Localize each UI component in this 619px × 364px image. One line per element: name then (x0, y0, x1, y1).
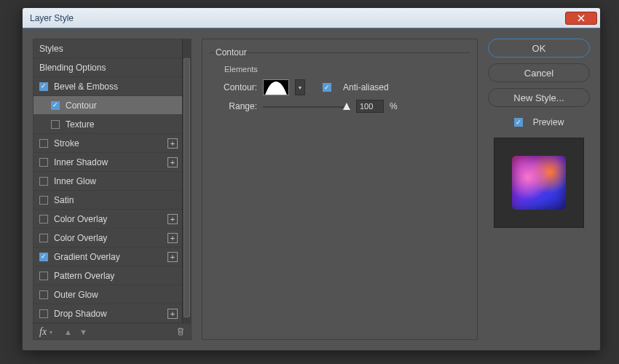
style-checkbox[interactable] (39, 215, 48, 223)
style-row-label: Texture (66, 119, 94, 130)
add-effect-button[interactable]: + (167, 214, 178, 224)
preview-checkbox[interactable] (514, 118, 523, 127)
style-checkbox[interactable] (39, 139, 48, 148)
right-column: OK Cancel New Style... Preview (488, 39, 590, 340)
style-checkbox[interactable] (39, 290, 48, 299)
style-checkbox[interactable] (39, 309, 48, 318)
style-row[interactable]: Color Overlay+ (33, 229, 182, 248)
scrollbar-thumb[interactable] (184, 58, 190, 317)
styles-header[interactable]: Styles (33, 39, 182, 58)
style-checkbox[interactable] (51, 101, 60, 110)
style-row-label: Contour (66, 100, 97, 111)
style-row-label: Drop Shadow (54, 309, 107, 319)
style-row-label: Color Overlay (54, 233, 107, 243)
style-row[interactable]: Blending Options (33, 58, 182, 77)
elements-title: Elements (224, 65, 462, 74)
contour-curve-icon (264, 80, 288, 95)
panel-title: Contour (213, 47, 250, 58)
style-row[interactable]: Satin (33, 191, 182, 210)
dialog-body: Styles Blending OptionsBevel & EmbossCon… (23, 28, 600, 350)
layer-style-dialog: Layer Style Styles Blending OptionsBevel… (22, 7, 601, 351)
style-row-label: Outer Glow (54, 290, 98, 300)
style-row-label: Inner Glow (54, 176, 96, 186)
contour-dropdown[interactable]: ▾ (295, 79, 305, 95)
style-row-label: Blending Options (39, 63, 106, 73)
styles-list: Styles Blending OptionsBevel & EmbossCon… (33, 39, 182, 323)
style-row[interactable]: Bevel & Emboss (33, 77, 182, 96)
add-effect-button[interactable]: + (167, 309, 178, 319)
range-input[interactable] (356, 100, 384, 113)
range-slider[interactable] (263, 102, 350, 111)
contour-picker[interactable] (263, 79, 289, 95)
style-checkbox[interactable] (39, 82, 48, 91)
window-title: Layer Style (30, 13, 74, 23)
style-checkbox[interactable] (39, 272, 48, 280)
chevron-down-icon: ▾ (50, 329, 52, 336)
style-row[interactable]: Inner Shadow+ (33, 153, 182, 172)
styles-scrollbar[interactable] (182, 39, 191, 323)
style-checkbox[interactable] (39, 177, 48, 186)
chevron-down-icon: ▾ (299, 84, 301, 91)
styles-header-label: Styles (39, 44, 63, 54)
style-row[interactable]: Inner Glow (33, 172, 182, 191)
delete-button[interactable] (176, 327, 185, 337)
add-effect-button[interactable]: + (167, 138, 178, 149)
style-row-label: Gradient Overlay (54, 252, 120, 262)
styles-panel: Styles Blending OptionsBevel & EmbossCon… (33, 39, 192, 340)
style-row-label: Inner Shadow (54, 157, 108, 167)
pct-label: % (390, 101, 398, 111)
style-row-label: Pattern Overlay (54, 271, 114, 281)
fx-menu[interactable]: fx (39, 326, 47, 338)
style-row[interactable]: Outer Glow (33, 285, 182, 304)
move-down-button[interactable]: ▼ (79, 328, 87, 336)
options-panel: Contour Elements Contour: ▾ (202, 39, 478, 340)
style-row[interactable]: Drop Shadow+ (33, 304, 182, 323)
style-checkbox[interactable] (39, 158, 48, 167)
style-row[interactable]: Color Overlay+ (33, 210, 182, 229)
preview-swatch (512, 156, 566, 210)
antialiased-label: Anti-aliased (343, 82, 389, 92)
style-row[interactable]: Pattern Overlay (33, 266, 182, 285)
preview-box (494, 138, 584, 228)
style-checkbox[interactable] (39, 253, 48, 261)
cancel-button[interactable]: Cancel (488, 63, 590, 82)
new-style-button[interactable]: New Style... (488, 88, 590, 107)
range-label: Range: (217, 101, 257, 111)
ok-button[interactable]: OK (488, 39, 590, 58)
close-icon (577, 15, 585, 22)
style-row[interactable]: Texture (33, 115, 182, 134)
add-effect-button[interactable]: + (167, 252, 178, 262)
trash-icon (176, 327, 185, 336)
style-checkbox[interactable] (51, 120, 60, 129)
add-effect-button[interactable]: + (167, 233, 178, 243)
titlebar[interactable]: Layer Style (23, 8, 600, 28)
preview-label: Preview (533, 117, 564, 127)
add-effect-button[interactable]: + (167, 157, 178, 167)
style-row[interactable]: Stroke+ (33, 134, 182, 153)
style-row[interactable]: Gradient Overlay+ (33, 248, 182, 266)
style-row-label: Bevel & Emboss (54, 82, 118, 92)
style-row-label: Stroke (54, 138, 79, 149)
style-row-label: Satin (54, 195, 74, 205)
close-button[interactable] (565, 12, 597, 25)
styles-footer: fx ▾ ▲ ▼ (33, 323, 191, 339)
contour-label: Contour: (217, 82, 257, 92)
style-checkbox[interactable] (39, 234, 48, 242)
move-up-button[interactable]: ▲ (64, 328, 72, 336)
style-row[interactable]: Contour (33, 96, 182, 115)
style-row-label: Color Overlay (54, 214, 107, 224)
style-checkbox[interactable] (39, 196, 48, 205)
slider-track-line (263, 106, 350, 108)
antialiased-checkbox[interactable] (323, 83, 331, 92)
